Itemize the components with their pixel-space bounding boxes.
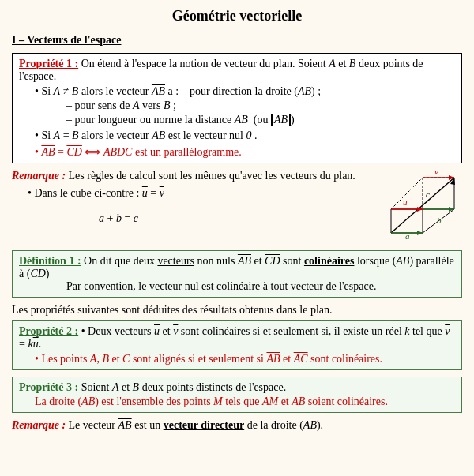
svg-text:c: c (426, 189, 430, 199)
remark2-text: Le vecteur AB est un vecteur directeur d… (69, 419, 324, 431)
svg-marker-18 (417, 231, 423, 235)
definition1-text2: Par convention, le vecteur nul est colin… (66, 280, 455, 293)
definition1-label: Définition 1 : (19, 255, 81, 267)
remark2-label: Remarque : (12, 419, 66, 431)
property3-box: Propriété 3 : Soient A et B deux points … (12, 377, 462, 413)
property2-label: Propriété 2 : (19, 325, 78, 337)
svg-text:a: a (405, 231, 410, 241)
property3-text1: Propriété 3 : Soient A et B deux points … (19, 381, 455, 394)
intertext: Les propriétés suivantes sont déduites d… (12, 304, 462, 317)
svg-text:u: u (403, 197, 408, 207)
property1-bullet2: • Si A = B alors le vecteur AB est le ve… (35, 129, 455, 142)
cube-diagram: u v c b a (375, 162, 462, 244)
property1-bullet3: • AB = CD ⟺ ABDC est un parallélogramme. (35, 145, 455, 159)
remark1-block: u v c b a Remarque : Les règles de calcu… (12, 170, 462, 244)
property2-bullet1: Propriété 2 : • Deux vecteurs u et v son… (19, 325, 455, 350)
property1-sub2: – pour longueur ou norme la distance AB … (66, 114, 455, 126)
property1-label: Propriété 1 : (19, 58, 78, 69)
definition1-box: Définition 1 : On dit que deux vecteurs … (12, 250, 462, 298)
remark1-label: Remarque : (12, 170, 66, 182)
property2-bullet2: • Les points A, B et C sont alignés si e… (35, 353, 455, 365)
section1-title: I – Vecteurs de l'espace (12, 34, 462, 47)
svg-text:b: b (437, 216, 442, 225)
remark2-block: Remarque : Le vecteur AB est un vecteur … (12, 419, 462, 432)
page-title: Géométrie vectorielle (12, 8, 462, 24)
property3-label: Propriété 3 : (19, 381, 78, 393)
property1-sub1: – pour sens de A vers B ; (66, 99, 455, 112)
definition1-text1: On dit que deux vecteurs non nuls AB et … (19, 255, 454, 279)
property2-box: Propriété 2 : • Deux vecteurs u et v son… (12, 320, 462, 370)
property1-header: Propriété 1 : On étend à l'espace la not… (19, 58, 455, 83)
property3-text2: La droite (AB) est l'ensemble des points… (35, 395, 455, 408)
property1-text: On étend à l'espace la notion de vecteur… (19, 58, 423, 82)
property1-box: Propriété 1 : On étend à l'espace la not… (12, 53, 462, 163)
svg-text:v: v (434, 167, 438, 176)
property1-bullet1: • Si A ≠ B alors le vecteur AB a : – pou… (35, 85, 455, 98)
